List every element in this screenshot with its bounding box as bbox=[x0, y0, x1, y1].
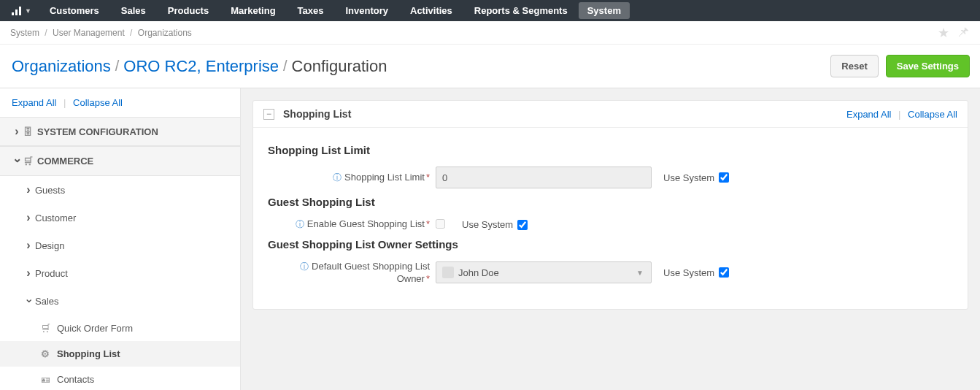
use-system-label: Use System bbox=[663, 267, 714, 278]
row-enable-guest: ⓘEnable Guest Shopping List* Use System bbox=[268, 218, 953, 231]
chevron-right-icon bbox=[10, 125, 23, 138]
title-current: Configuration bbox=[292, 57, 387, 76]
top-nav: Customers Sales Products Marketing Taxes… bbox=[39, 0, 630, 21]
use-system-label: Use System bbox=[663, 172, 714, 183]
breadcrumb: System / User Management / Organizations bbox=[10, 28, 192, 38]
tree-leaf-contacts[interactable]: 🪪︎ Contacts bbox=[0, 367, 240, 390]
required-mark: * bbox=[426, 172, 430, 183]
select-owner[interactable]: John Doe ▼ bbox=[436, 261, 652, 283]
info-icon[interactable]: ⓘ bbox=[333, 172, 342, 183]
tree-leaf-label: Quick Order Form bbox=[57, 323, 133, 334]
checkbox-use-system-guest[interactable] bbox=[517, 220, 528, 230]
nav-reports[interactable]: Reports & Segments bbox=[463, 0, 579, 21]
cart-icon: 🛒︎ bbox=[41, 323, 54, 334]
sidebar-collapse-all[interactable]: Collapse All bbox=[73, 97, 123, 108]
nav-products[interactable]: Products bbox=[157, 0, 220, 21]
tree-group-commerce[interactable]: 🛒︎ COMMERCE bbox=[0, 146, 240, 176]
tree-sub-label: Sales bbox=[35, 296, 59, 307]
tree-sub-guests[interactable]: Guests bbox=[0, 176, 240, 204]
tree-leaf-quick-order[interactable]: 🛒︎ Quick Order Form bbox=[0, 316, 240, 341]
section-title-limit: Shopping List Limit bbox=[268, 144, 953, 156]
label-owner: ⓘDefault Guest Shopping List Owner* bbox=[268, 261, 436, 284]
sidebar-expand-all[interactable]: Expand All bbox=[12, 97, 56, 108]
briefcase-icon: 🗄︎ bbox=[23, 126, 33, 137]
nav-sales[interactable]: Sales bbox=[110, 0, 157, 21]
star-icon[interactable]: ★ bbox=[938, 25, 949, 41]
crumb-system[interactable]: System bbox=[10, 28, 39, 38]
nav-inventory[interactable]: Inventory bbox=[334, 0, 399, 21]
caret-down-icon: ▼ bbox=[25, 7, 31, 15]
pipe: | bbox=[898, 109, 900, 120]
tree-group-system-config[interactable]: 🗄︎ SYSTEM CONFIGURATION bbox=[0, 117, 240, 146]
chevron-down-icon bbox=[22, 294, 35, 308]
cart-icon: 🛒︎ bbox=[23, 156, 33, 167]
chevron-right-icon bbox=[22, 267, 35, 280]
pipe: | bbox=[63, 97, 66, 108]
panel-expand-all[interactable]: Expand All bbox=[846, 109, 891, 120]
checkbox-use-system-limit[interactable] bbox=[719, 172, 729, 183]
label-text: Default Guest Shopping List Owner bbox=[312, 261, 430, 284]
chevron-right-icon bbox=[22, 211, 35, 224]
save-settings-button[interactable]: Save Settings bbox=[886, 55, 970, 77]
use-system-guest[interactable]: Use System bbox=[462, 219, 528, 230]
tree-sub-label: Guests bbox=[35, 185, 65, 196]
title-actions: Reset Save Settings bbox=[830, 55, 970, 77]
panel-title: Shopping List bbox=[283, 108, 351, 120]
svg-rect-1 bbox=[15, 9, 18, 15]
content-area: − Shopping List Expand All | Collapse Al… bbox=[241, 88, 980, 390]
tree-group-label: COMMERCE bbox=[37, 156, 93, 167]
tree-sub-label: Customer bbox=[35, 213, 76, 223]
avatar-icon bbox=[442, 267, 454, 278]
pin-icon[interactable]: 📌︎ bbox=[957, 25, 970, 41]
use-system-owner[interactable]: Use System bbox=[663, 267, 729, 278]
row-shopping-list-limit: ⓘShopping List Limit* Use System bbox=[268, 167, 953, 188]
label-text: Enable Guest Shopping List bbox=[307, 218, 425, 229]
config-tree: 🗄︎ SYSTEM CONFIGURATION 🛒︎ COMMERCE Gues… bbox=[0, 117, 240, 390]
tree-sub-sales[interactable]: Sales bbox=[0, 287, 240, 316]
tree-group-label: SYSTEM CONFIGURATION bbox=[37, 126, 158, 137]
chevron-right-icon bbox=[22, 239, 35, 252]
main-area: Expand All | Collapse All 🗄︎ SYSTEM CONF… bbox=[0, 88, 980, 390]
nav-marketing[interactable]: Marketing bbox=[220, 0, 286, 21]
use-system-label: Use System bbox=[462, 219, 513, 230]
label-shopping-list-limit: ⓘShopping List Limit* bbox=[268, 172, 436, 184]
tree-sub-product[interactable]: Product bbox=[0, 259, 240, 287]
section-title-guest: Guest Shopping List bbox=[268, 196, 953, 208]
row-owner: ⓘDefault Guest Shopping List Owner* John… bbox=[268, 261, 953, 284]
sidebar-expand-collapse: Expand All | Collapse All bbox=[0, 88, 240, 117]
crumb-user-mgmt[interactable]: User Management bbox=[53, 28, 125, 38]
config-sidebar: Expand All | Collapse All 🗄︎ SYSTEM CONF… bbox=[0, 88, 241, 390]
id-card-icon: 🪪︎ bbox=[41, 374, 54, 385]
checkbox-use-system-owner[interactable] bbox=[719, 267, 729, 278]
tree-leaf-shopping-list[interactable]: ⚙︎ Shopping List bbox=[0, 341, 240, 367]
panel-body: Shopping List Limit ⓘShopping List Limit… bbox=[253, 128, 968, 309]
info-icon[interactable]: ⓘ bbox=[296, 219, 304, 229]
required-mark: * bbox=[426, 218, 430, 229]
nav-customers[interactable]: Customers bbox=[39, 0, 110, 21]
chevron-down-icon bbox=[10, 154, 23, 168]
collapse-toggle[interactable]: − bbox=[263, 109, 274, 120]
tree-sub-label: Product bbox=[35, 268, 68, 279]
top-navbar: ▼ Customers Sales Products Marketing Tax… bbox=[0, 0, 980, 21]
title-organizations-link[interactable]: Organizations bbox=[12, 57, 111, 76]
use-system-limit[interactable]: Use System bbox=[663, 172, 729, 183]
nav-taxes[interactable]: Taxes bbox=[287, 0, 335, 21]
section-title-owner: Guest Shopping List Owner Settings bbox=[268, 238, 953, 251]
title-org-name-link[interactable]: ORO RC2, Enterprise bbox=[123, 57, 279, 76]
checkbox-enable-guest[interactable] bbox=[436, 219, 445, 229]
tree-sub-design[interactable]: Design bbox=[0, 232, 240, 259]
input-shopping-list-limit[interactable] bbox=[436, 167, 652, 188]
nav-system[interactable]: System bbox=[579, 2, 630, 19]
crumb-sep: / bbox=[130, 28, 132, 38]
breadcrumb-row: System / User Management / Organizations… bbox=[0, 21, 980, 45]
reset-button[interactable]: Reset bbox=[830, 55, 878, 77]
crumb-organizations[interactable]: Organizations bbox=[138, 28, 192, 38]
page-title: Organizations / ORO RC2, Enterprise / Co… bbox=[12, 57, 387, 76]
info-icon[interactable]: ⓘ bbox=[300, 261, 309, 272]
dashboard-menu-icon[interactable]: ▼ bbox=[7, 0, 39, 21]
nav-activities[interactable]: Activities bbox=[399, 0, 463, 21]
tree-sub-customer[interactable]: Customer bbox=[0, 204, 240, 232]
select-owner-value: John Doe bbox=[458, 267, 499, 278]
panel-collapse-all[interactable]: Collapse All bbox=[908, 109, 957, 120]
title-sep: / bbox=[283, 58, 288, 74]
